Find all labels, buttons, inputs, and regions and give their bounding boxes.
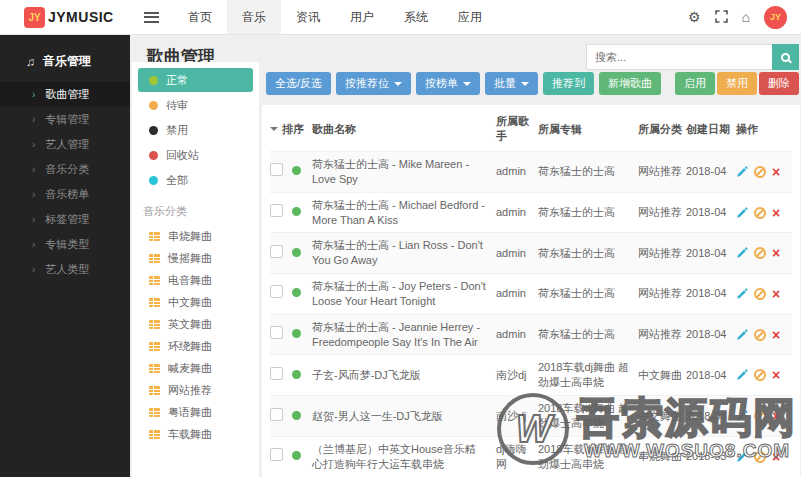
song-name-cell: 荷东猛士的士高 - Mike Mareen - Love Spy	[312, 157, 496, 187]
header-artist: 所属歌手	[496, 114, 538, 144]
search-input[interactable]	[586, 44, 772, 70]
delete-x-icon[interactable]: ×	[772, 208, 780, 218]
nav-item[interactable]: 应用	[443, 0, 497, 34]
delete-x-icon[interactable]: ×	[772, 248, 780, 258]
hamburger-menu-icon[interactable]	[130, 0, 173, 34]
nav-item[interactable]: 首页	[173, 0, 227, 34]
chevron-right-icon: ›	[32, 189, 35, 200]
category-filter-item[interactable]: 串烧舞曲	[138, 225, 253, 247]
toolbar-button[interactable]: 按推荐位	[336, 72, 411, 95]
caret-down-icon	[463, 82, 471, 86]
row-checkbox[interactable]	[270, 163, 283, 176]
sort-header[interactable]: 排序	[270, 122, 312, 137]
delete-x-icon[interactable]: ×	[772, 411, 780, 421]
delete-x-icon[interactable]: ×	[772, 452, 780, 462]
row-checkbox[interactable]	[270, 408, 283, 421]
category-filter-item[interactable]: 电音舞曲	[138, 269, 253, 291]
disable-ban-icon[interactable]	[754, 247, 766, 259]
status-filter-item[interactable]: 全部	[138, 168, 253, 192]
sidebar-item[interactable]: › 专辑管理	[0, 107, 130, 132]
row-checkbox[interactable]	[270, 245, 283, 258]
disable-ban-icon[interactable]	[754, 369, 766, 381]
category-filter-item[interactable]: 英文舞曲	[138, 313, 253, 335]
toolbar-button[interactable]: 新增歌曲	[599, 72, 661, 95]
toolbar-button[interactable]: 批量	[485, 72, 538, 95]
song-name-cell: 荷东猛士的士高 - Jeannie Herrey - Freedompeople…	[312, 320, 496, 350]
delete-x-icon[interactable]: ×	[772, 370, 780, 380]
edit-pencil-icon[interactable]	[736, 329, 748, 341]
sidebar-item[interactable]: › 音乐分类	[0, 157, 130, 182]
status-filter-item[interactable]: 正常	[138, 68, 253, 92]
category-filter-item[interactable]: 粤语舞曲	[138, 401, 253, 423]
category-grid-icon	[149, 342, 160, 351]
settings-gear-icon[interactable]: ⚙	[688, 10, 701, 24]
row-checkbox[interactable]	[270, 448, 283, 461]
sidebar-item[interactable]: › 歌曲管理	[0, 82, 130, 107]
edit-pencil-icon[interactable]	[736, 410, 748, 422]
row-checkbox[interactable]	[270, 285, 283, 298]
header-album: 所属专辑	[538, 122, 638, 137]
artist-cell: 南沙dj	[496, 409, 538, 424]
category-header: 音乐分类	[138, 204, 253, 219]
row-checkbox[interactable]	[270, 367, 283, 380]
nav-item[interactable]: 音乐	[227, 0, 281, 34]
category-filter-item[interactable]: 慢摇舞曲	[138, 247, 253, 269]
home-icon[interactable]: ⌂	[742, 10, 750, 24]
delete-x-icon[interactable]: ×	[772, 330, 780, 340]
category-filter-item[interactable]: 网站推荐	[138, 379, 253, 401]
artist-cell: admin	[496, 205, 538, 220]
row-checkbox[interactable]	[270, 326, 283, 339]
toolbar-button[interactable]: 全选/反选	[266, 72, 331, 95]
toolbar-button[interactable]: 按榜单	[416, 72, 480, 95]
bulk-action-button[interactable]: 启用	[675, 72, 715, 95]
sort-caret-icon	[270, 127, 278, 131]
status-filter-item[interactable]: 待审	[138, 93, 253, 117]
edit-pencil-icon[interactable]	[736, 207, 748, 219]
delete-x-icon[interactable]: ×	[772, 289, 780, 299]
edit-pencil-icon[interactable]	[736, 369, 748, 381]
search-button[interactable]	[772, 44, 799, 70]
nav-item[interactable]: 资讯	[281, 0, 335, 34]
edit-pencil-icon[interactable]	[736, 288, 748, 300]
album-cell: 荷东猛士的士高	[538, 205, 638, 220]
fullscreen-icon[interactable]	[715, 10, 728, 25]
bulk-action-button[interactable]: 禁用	[717, 72, 757, 95]
song-name-cell: 荷东猛士的士高 - Lian Ross - Don't You Go Away	[312, 238, 496, 268]
date-cell: 2018-04	[686, 164, 736, 179]
edit-pencil-icon[interactable]	[736, 247, 748, 259]
category-filter-item[interactable]: 喊麦舞曲	[138, 357, 253, 379]
status-filter-item[interactable]: 回收站	[138, 143, 253, 167]
category-grid-icon	[149, 408, 160, 417]
disable-ban-icon[interactable]	[754, 451, 766, 463]
app-window: JY JYMUSIC 首页 音乐 资讯 用户	[0, 0, 801, 477]
status-filter-item[interactable]: 禁用	[138, 118, 253, 142]
logo-badge: JY	[24, 7, 45, 28]
sidebar-menu: › 歌曲管理 › 专辑管理 › 艺人管理 › 音乐分类	[0, 82, 130, 282]
sidebar-item[interactable]: › 艺人类型	[0, 257, 130, 282]
nav-item[interactable]: 用户	[335, 0, 389, 34]
toolbar-button[interactable]: 推荐到	[543, 72, 594, 95]
disable-ban-icon[interactable]	[754, 329, 766, 341]
header-operations: 操作	[736, 122, 792, 137]
sidebar-item[interactable]: › 专辑类型	[0, 232, 130, 257]
category-filter-item[interactable]: 环绕舞曲	[138, 335, 253, 357]
disable-ban-icon[interactable]	[754, 207, 766, 219]
album-cell: 荷东猛士的士高	[538, 327, 638, 342]
table-body: 荷东猛士的士高 - Mike Mareen - Love Spy admin 荷…	[270, 151, 792, 477]
user-avatar[interactable]: JY	[764, 6, 787, 29]
disable-ban-icon[interactable]	[754, 288, 766, 300]
edit-pencil-icon[interactable]	[736, 166, 748, 178]
edit-pencil-icon[interactable]	[736, 451, 748, 463]
sidebar-item[interactable]: › 标签管理	[0, 207, 130, 232]
bulk-action-button[interactable]: 删除	[759, 72, 799, 95]
delete-x-icon[interactable]: ×	[772, 167, 780, 177]
nav-item[interactable]: 系统	[389, 0, 443, 34]
logo: JY JYMUSIC	[0, 0, 130, 34]
category-filter-item[interactable]: 车载舞曲	[138, 423, 253, 445]
disable-ban-icon[interactable]	[754, 410, 766, 422]
row-checkbox[interactable]	[270, 204, 283, 217]
category-filter-item[interactable]: 中文舞曲	[138, 291, 253, 313]
disable-ban-icon[interactable]	[754, 166, 766, 178]
sidebar-item[interactable]: › 音乐榜单	[0, 182, 130, 207]
sidebar-item[interactable]: › 艺人管理	[0, 132, 130, 157]
